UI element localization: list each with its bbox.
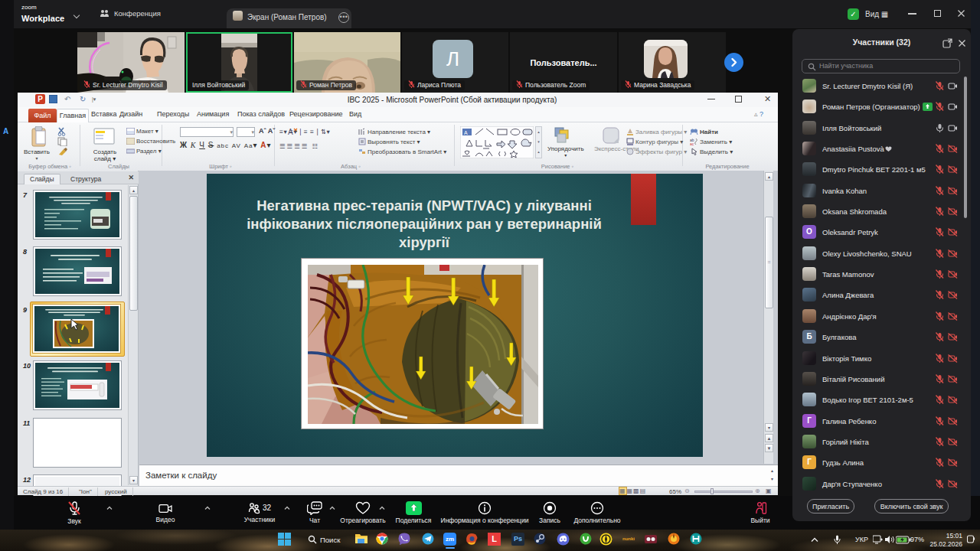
svg-text:A: A (464, 130, 468, 135)
svg-text:ac: ac (690, 142, 694, 145)
